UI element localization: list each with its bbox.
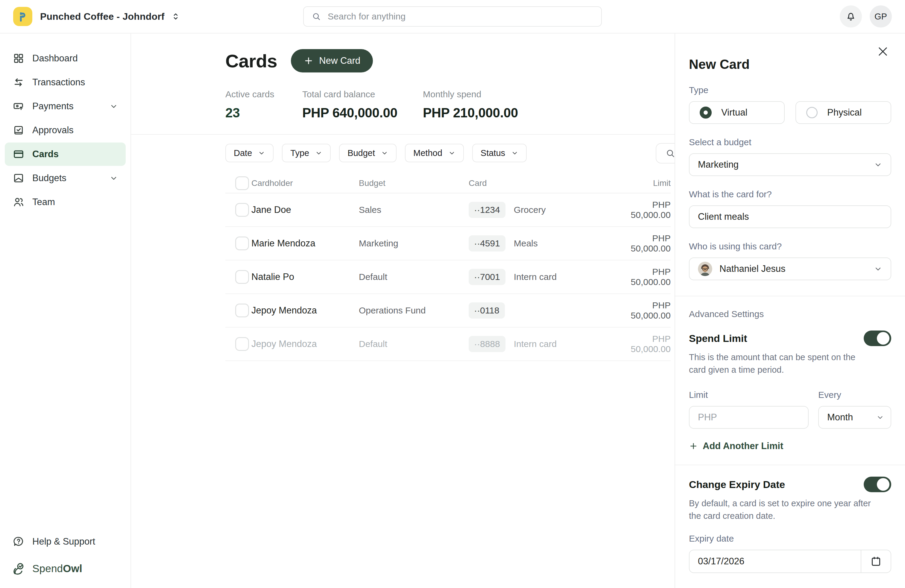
chevron-down-icon (448, 149, 456, 157)
change-expiry-description: By default, a card is set to expire one … (689, 497, 875, 522)
expiry-date-label: Expiry date (689, 534, 891, 544)
sidebar-item-team[interactable]: Team (5, 191, 126, 214)
limit-field (689, 406, 809, 429)
sidebar-item-label: Cards (32, 149, 59, 160)
panel-divider (675, 465, 905, 465)
budget-cell: Sales (359, 205, 468, 215)
budget-cell: Default (359, 339, 468, 349)
global-search[interactable] (303, 6, 602, 27)
chevron-down-icon (874, 265, 882, 273)
every-label: Every (818, 390, 891, 400)
col-header-card: Card (468, 178, 624, 188)
budget-cell: Operations Fund (359, 305, 468, 316)
sidebar-item-payments[interactable]: Payments (5, 95, 126, 118)
add-another-limit-button[interactable]: Add Another Limit (689, 441, 891, 451)
expiry-date-field (689, 550, 891, 573)
limit-cell: PHP 50,000.00 (624, 267, 671, 287)
calendar-button[interactable] (861, 550, 891, 572)
card-user-label: Who is using this card? (689, 241, 891, 251)
sidebar-item-budgets[interactable]: Budgets (5, 167, 126, 190)
close-icon (876, 45, 889, 58)
col-header-budget: Budget (359, 178, 468, 188)
sidebar-item-label: Team (32, 197, 55, 208)
chevron-down-icon (874, 161, 882, 169)
card-label: Intern card (514, 272, 557, 282)
sidebar-item-transactions[interactable]: Transactions (5, 71, 126, 94)
chevron-down-icon (110, 102, 118, 110)
user-avatar[interactable]: GP (870, 5, 892, 27)
card-number-chip: ··8888 (468, 336, 505, 352)
cardholder-cell: Marie Mendoza (251, 238, 359, 249)
company-switcher-icon[interactable] (171, 11, 180, 22)
select-all-checkbox[interactable] (235, 176, 249, 190)
sidebar-item-help-support[interactable]: Help & Support (5, 530, 126, 553)
stat-active-cards: Active cards 23 (225, 89, 302, 120)
stat-value: PHP 210,000.00 (423, 105, 518, 120)
cardholder-cell: Natalie Po (251, 272, 359, 282)
card-type-options: Virtual Physical (689, 101, 891, 124)
row-checkbox[interactable] (235, 270, 249, 284)
cards-table: Cardholder Budget Card Limit Jane Doe Sa… (225, 174, 671, 361)
radio-selected-icon (700, 106, 712, 119)
brand-logo: SpendOwl (5, 554, 126, 577)
spend-limit-description: This is the amount that can be spent on … (689, 351, 875, 376)
new-card-button[interactable]: New Card (291, 49, 373, 72)
sidebar-item-dashboard[interactable]: Dashboard (5, 47, 126, 70)
advanced-settings-label: Advanced Settings (689, 309, 891, 319)
sidebar-item-label: Budgets (32, 173, 67, 184)
budget-select[interactable]: Marketing (689, 153, 891, 176)
chevron-down-icon (511, 149, 518, 157)
sidebar: Dashboard Transactions Payments Approval… (0, 33, 131, 588)
limit-input[interactable] (698, 412, 800, 423)
card-number-chip: ··7001 (468, 269, 505, 285)
filter-budget[interactable]: Budget (339, 144, 397, 162)
filters-row: Date Type Budget Method Status (225, 144, 671, 162)
calendar-icon (870, 555, 882, 567)
card-user-select[interactable]: Nathaniel Jesus (689, 257, 891, 280)
table-row[interactable]: Jepoy Mendoza Default ··8888 Intern card… (225, 327, 671, 361)
company-logo (13, 7, 32, 26)
payments-icon (13, 100, 25, 112)
search-input[interactable] (328, 11, 594, 22)
card-for-input[interactable] (698, 211, 882, 222)
filter-method[interactable]: Method (405, 144, 464, 162)
type-option-physical[interactable]: Physical (795, 101, 891, 124)
every-select[interactable]: Month (818, 406, 891, 429)
close-button[interactable] (876, 44, 890, 59)
filter-date[interactable]: Date (225, 144, 273, 162)
table-row[interactable]: Natalie Po Default ··7001 Intern card PH… (225, 261, 671, 294)
row-checkbox[interactable] (235, 203, 249, 217)
stat-value: 23 (225, 105, 302, 120)
limit-label: Limit (689, 390, 809, 400)
sidebar-item-cards[interactable]: Cards (5, 143, 126, 166)
budgets-icon (13, 172, 25, 184)
table-row[interactable]: Jane Doe Sales ··1234 Grocery PHP 50,000… (225, 194, 671, 227)
table-row[interactable]: Marie Mendoza Marketing ··4591 Meals PHP… (225, 227, 671, 261)
owl-icon (13, 562, 26, 575)
chevron-down-icon (315, 149, 322, 157)
dashboard-icon (13, 52, 25, 64)
row-checkbox[interactable] (235, 304, 249, 317)
notifications-button[interactable] (840, 5, 862, 27)
bell-icon (845, 11, 856, 22)
type-option-virtual[interactable]: Virtual (689, 101, 785, 124)
sidebar-item-approvals[interactable]: Approvals (5, 119, 126, 142)
filter-status[interactable]: Status (472, 144, 527, 162)
panel-divider (675, 296, 905, 296)
change-expiry-toggle[interactable] (864, 477, 891, 492)
spend-limit-toggle[interactable] (864, 331, 891, 346)
cardholder-cell: Jepoy Mendoza (251, 338, 359, 350)
search-icon (311, 12, 321, 21)
search-icon (665, 148, 675, 158)
user-photo-avatar (698, 262, 712, 276)
cards-icon (13, 148, 25, 160)
row-checkbox[interactable] (235, 237, 249, 250)
card-cell: ··7001 Intern card (468, 269, 624, 285)
table-header-row: Cardholder Budget Card Limit (225, 174, 671, 194)
sidebar-item-label: Dashboard (32, 53, 78, 64)
filter-type[interactable]: Type (282, 144, 331, 162)
budget-cell: Marketing (359, 238, 468, 248)
row-checkbox[interactable] (235, 337, 249, 351)
table-row[interactable]: Jepoy Mendoza Operations Fund ··0118 PHP… (225, 294, 671, 327)
expiry-date-input[interactable] (689, 550, 861, 572)
